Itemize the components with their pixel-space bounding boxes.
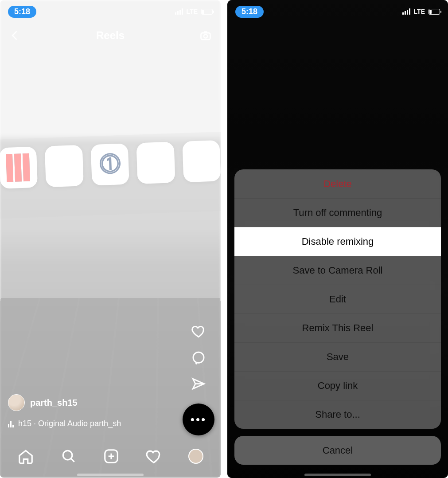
tab-activity-icon[interactable]	[145, 448, 162, 465]
action-copy-link[interactable]: Copy link	[234, 371, 441, 400]
camera-icon[interactable]	[199, 29, 212, 42]
action-disable-remixing[interactable]: Disable remixing	[234, 227, 441, 256]
like-icon[interactable]	[191, 324, 206, 339]
network-label: LTE	[187, 8, 198, 15]
author-row[interactable]: parth_sh15	[8, 394, 168, 411]
svg-point-4	[63, 451, 72, 460]
tab-create-icon[interactable]	[103, 448, 120, 465]
action-sheet-cancel[interactable]: Cancel	[234, 436, 441, 465]
author-avatar[interactable]	[8, 394, 25, 411]
share-icon[interactable]	[191, 377, 206, 392]
action-edit[interactable]: Edit	[234, 285, 441, 313]
action-turn-off-commenting[interactable]: Turn off commenting	[234, 198, 441, 227]
action-label: Edit	[329, 294, 346, 305]
audio-label: h15 · Original Audio parth_sh	[18, 419, 121, 428]
status-time: 5:18	[8, 6, 36, 18]
svg-point-2	[193, 352, 204, 363]
home-indicator	[77, 474, 144, 476]
action-share-to[interactable]: Share to...	[234, 400, 441, 429]
action-label: Save	[327, 351, 349, 363]
action-sheet: DeleteTurn off commentingDisable remixin…	[234, 169, 441, 465]
action-label: Disable remixing	[302, 236, 374, 247]
battery-icon	[429, 9, 440, 15]
status-bar: 5:18 LTE	[227, 4, 448, 20]
more-options-button[interactable]: •••	[183, 404, 214, 435]
action-label: Copy link	[318, 380, 358, 392]
action-save[interactable]: Save	[234, 342, 441, 371]
tab-profile-avatar[interactable]	[188, 449, 203, 464]
home-indicator	[304, 474, 371, 476]
action-label: Turn off commenting	[293, 207, 382, 219]
action-label: Share to...	[315, 409, 360, 420]
status-time: 5:18	[235, 6, 264, 18]
author-username[interactable]: parth_sh15	[30, 398, 78, 408]
battery-icon	[201, 9, 213, 15]
svg-line-5	[71, 458, 74, 462]
action-label: Delete	[323, 178, 352, 190]
audio-row[interactable]: h15 · Original Audio parth_sh	[8, 419, 168, 428]
back-icon[interactable]	[9, 29, 21, 42]
signal-icon	[402, 8, 410, 15]
screenshot-action-sheet: 5:18 LTE DeleteTurn off commentingDisabl…	[227, 0, 448, 478]
audio-icon	[8, 420, 14, 427]
action-label: Save to Camera Roll	[293, 265, 383, 276]
status-right: LTE	[175, 8, 213, 15]
action-delete[interactable]: Delete	[234, 169, 441, 198]
action-remix-this-reel[interactable]: Remix This Reel	[234, 313, 441, 342]
signal-icon	[175, 8, 183, 15]
cancel-label: Cancel	[323, 445, 353, 456]
status-bar: 5:18 LTE	[0, 4, 221, 20]
network-label: LTE	[414, 8, 425, 15]
reels-header: Reels	[0, 29, 221, 42]
tab-search-icon[interactable]	[60, 448, 77, 465]
screenshot-reels-view: 5:18 LTE Reels parth_sh15 h15 · Original…	[0, 0, 221, 478]
svg-point-1	[204, 35, 207, 38]
comment-icon[interactable]	[191, 350, 206, 365]
reel-info: parth_sh15 h15 · Original Audio parth_sh	[8, 394, 168, 428]
reel-action-rail: •••	[183, 324, 214, 435]
page-title: Reels	[21, 29, 199, 42]
action-save-to-camera-roll[interactable]: Save to Camera Roll	[234, 256, 441, 285]
tab-home-icon[interactable]	[17, 448, 34, 465]
action-label: Remix This Reel	[302, 322, 374, 334]
status-right: LTE	[402, 8, 440, 15]
bottom-tab-bar	[0, 441, 221, 472]
action-sheet-options: DeleteTurn off commentingDisable remixin…	[234, 169, 441, 429]
